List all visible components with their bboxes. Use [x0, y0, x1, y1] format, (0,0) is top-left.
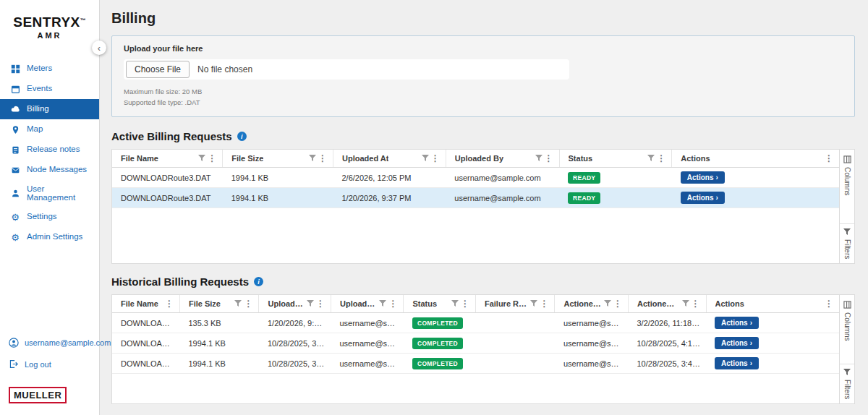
info-icon[interactable]: i [237, 132, 247, 141]
sidebar-item-events[interactable]: Events [0, 79, 99, 99]
sidebar-collapse-button[interactable]: ‹ [92, 40, 106, 55]
cell-uploaded-at: 2/6/2026, 12:05 PM [333, 168, 446, 188]
document-icon [10, 145, 20, 155]
sidebar-item-label: Node Messages [27, 166, 87, 174]
column-header-file-size[interactable]: File Size⋮ [179, 295, 259, 313]
sidebar-item-map[interactable]: Map [0, 119, 99, 140]
filter-icon[interactable] [647, 155, 655, 162]
filters-panel-toggle[interactable]: Filters [840, 364, 854, 399]
file-input[interactable]: Choose File No file chosen [124, 59, 569, 80]
actions-button[interactable]: Actions› [715, 357, 759, 369]
table-row[interactable]: DOWNLOADRoute3.DAT 1994.1 KB 2/6/2026, 1… [112, 168, 839, 188]
column-header-actions[interactable]: Actions⋮ [706, 295, 839, 313]
column-header-file-name[interactable]: File Name⋮ [112, 150, 223, 168]
column-menu-icon[interactable]: ⋮ [318, 154, 327, 163]
cell-file-name: DOWNLOADRout... [112, 313, 179, 333]
user-email: username@sample.com [25, 338, 111, 347]
collapse-chevron-icon: ‹ [98, 43, 101, 54]
cell-file-size: 1994.1 KB [179, 354, 259, 374]
column-header-status[interactable]: Status⋮ [559, 150, 672, 168]
column-header-uploaded-by[interactable]: Uploaded By⋮ [446, 150, 559, 168]
filter-icon[interactable] [234, 300, 242, 307]
column-header-file-name[interactable]: File Name⋮ [112, 295, 179, 313]
cell-file-name: DOWNLOADRout... [112, 333, 179, 354]
logout-button[interactable]: Log out [0, 354, 99, 375]
sidebar-item-billing[interactable]: Billing [0, 99, 99, 119]
status-badge: COMPLETED [412, 358, 463, 369]
filters-panel-toggle[interactable]: Filters [840, 223, 854, 259]
columns-panel-toggle[interactable]: Columns [840, 301, 854, 341]
column-header-uploaded-at[interactable]: Uploaded At⋮ [333, 150, 446, 168]
cell-failure-reason [475, 313, 555, 333]
filter-icon[interactable] [535, 155, 542, 162]
actions-button[interactable]: Actions› [715, 337, 759, 349]
column-menu-icon[interactable]: ⋮ [657, 154, 665, 163]
filter-icon[interactable] [682, 300, 689, 307]
supported-type-text: Supported file type: .DAT [124, 97, 843, 108]
filter-icon[interactable] [379, 300, 386, 307]
filter-icon[interactable] [451, 300, 459, 307]
filter-icon[interactable] [422, 155, 429, 162]
column-header-status[interactable]: Status⋮ [404, 295, 475, 313]
actions-button[interactable]: Actions› [681, 171, 725, 184]
column-header-actions[interactable]: Actions⋮ [672, 150, 839, 168]
app-logo: SENTRYX™ AMR [0, 0, 99, 40]
info-icon[interactable]: i [254, 277, 263, 286]
filter-icon[interactable] [604, 300, 611, 307]
filter-icon[interactable] [307, 300, 314, 307]
cell-file-size: 1994.1 KB [179, 333, 259, 354]
column-menu-icon[interactable]: ⋮ [540, 299, 548, 308]
filters-panel-label: Filters [843, 380, 851, 399]
cell-uploaded-by: username@sample.com [446, 188, 559, 208]
columns-panel-toggle[interactable]: Columns [840, 155, 854, 195]
filter-icon[interactable] [309, 155, 316, 162]
user-account[interactable]: username@sample.com [0, 332, 99, 354]
sidebar-item-label: User Management [27, 185, 89, 202]
actions-button[interactable]: Actions› [681, 192, 725, 204]
column-menu-icon[interactable]: ⋮ [692, 299, 700, 308]
column-menu-icon[interactable]: ⋮ [431, 154, 440, 163]
column-menu-icon[interactable]: ⋮ [388, 299, 397, 308]
cell-file-size: 135.3 KB [179, 313, 259, 333]
column-header-file-size[interactable]: File Size⋮ [223, 150, 333, 168]
cell-failure-reason [475, 333, 555, 354]
column-menu-icon[interactable]: ⋮ [825, 154, 833, 163]
filter-icon[interactable] [198, 155, 205, 162]
active-side-panel: Columns Filters [839, 149, 855, 264]
table-row[interactable]: DOWNLOADRout... 1994.1 KB 10/28/2025, 3:… [112, 333, 839, 354]
column-menu-icon[interactable]: ⋮ [316, 299, 325, 308]
historical-requests-heading: Historical Billing Requests i [111, 275, 855, 288]
table-row[interactable]: DOWNLOADRout... 135.3 KB 1/20/2026, 9:37… [112, 313, 839, 333]
active-requests-heading: Active Billing Requests i [111, 130, 855, 142]
cell-file-name: DOWNLOADRoute3.DAT [112, 188, 223, 208]
sidebar-item-label: Settings [27, 213, 57, 221]
sidebar-item-release-notes[interactable]: Release notes [0, 140, 99, 160]
filter-icon[interactable] [530, 300, 537, 307]
column-header-uploaded-at[interactable]: Uploaded At⋮ [259, 295, 331, 313]
column-menu-icon[interactable]: ⋮ [613, 299, 622, 308]
column-menu-icon[interactable]: ⋮ [825, 299, 833, 308]
table-row[interactable]: DOWNLOADRoute3.DAT 1994.1 KB 1/20/2026, … [112, 188, 839, 208]
column-menu-icon[interactable]: ⋮ [461, 299, 469, 308]
actions-button[interactable]: Actions› [715, 317, 759, 329]
envelope-icon [10, 165, 20, 175]
column-header-failure-reason[interactable]: Failure Reason⋮ [475, 295, 555, 313]
cell-actioned-at: 10/28/2025, 3:49 PM [628, 354, 706, 374]
column-header-actioned-at[interactable]: Actioned At⋮ [628, 295, 706, 313]
logo-subtitle: AMR [0, 31, 99, 40]
sidebar-item-label: Map [27, 125, 43, 134]
status-badge: READY [568, 192, 600, 204]
column-menu-icon[interactable]: ⋮ [208, 154, 216, 163]
sidebar-item-node-messages[interactable]: Node Messages [0, 160, 99, 180]
sidebar-item-user-management[interactable]: User Management [0, 180, 99, 207]
column-menu-icon[interactable]: ⋮ [244, 299, 252, 308]
sidebar-item-meters[interactable]: Meters [0, 59, 99, 79]
column-header-uploaded-by[interactable]: Uploaded By⋮ [331, 295, 404, 313]
column-menu-icon[interactable]: ⋮ [545, 154, 553, 163]
choose-file-button[interactable]: Choose File [126, 61, 190, 78]
sidebar-item-settings[interactable]: ⚙ Settings [0, 207, 99, 227]
sidebar-item-admin-settings[interactable]: ⚙ Admin Settings [0, 227, 99, 247]
table-row[interactable]: DOWNLOADRout... 1994.1 KB 10/28/2025, 3:… [112, 354, 839, 374]
column-header-actioned-by[interactable]: Actioned By⋮ [555, 295, 629, 313]
column-menu-icon[interactable]: ⋮ [165, 299, 174, 308]
